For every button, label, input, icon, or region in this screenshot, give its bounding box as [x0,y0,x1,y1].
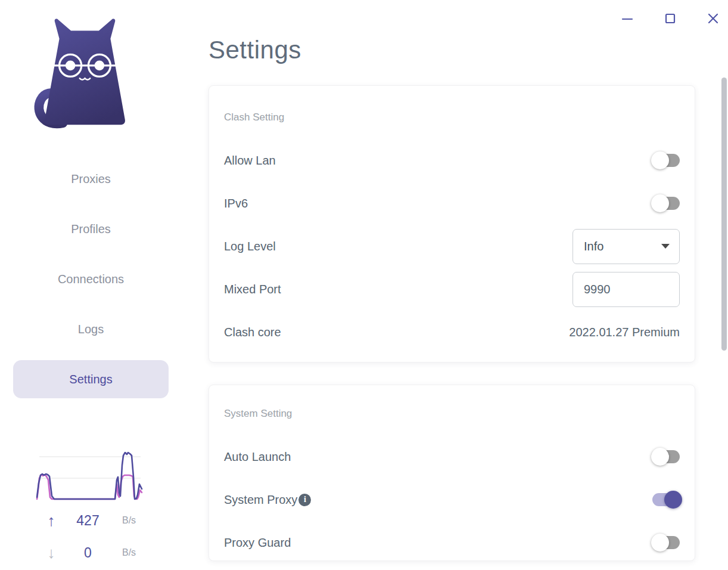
sidebar-item-proxies[interactable]: Proxies [13,160,169,198]
info-icon[interactable]: i [298,494,311,506]
auto-launch-toggle[interactable] [652,450,680,463]
section-header: System Setting [224,408,292,420]
nav-label: Profiles [71,222,111,236]
sidebar-item-connections[interactable]: Connections [13,260,169,298]
system-proxy-toggle[interactable] [652,493,680,506]
maximize-button[interactable] [662,11,678,26]
upload-speed-unit: B/s [122,510,148,531]
row-label: Auto Launch [224,450,291,464]
download-speed-unit: B/s [122,543,148,563]
clash-app-window: Proxies Profiles Connections Logs Settin… [0,0,728,570]
upload-speed-row: ↑ 427 B/s [0,510,182,531]
selected-option: Info [584,240,603,253]
card-header-row: Clash Setting [209,96,695,139]
arrow-up-icon: ↑ [43,510,60,531]
proxy-guard-toggle[interactable] [652,536,680,549]
page-title: Settings [209,36,301,64]
cat-body [45,18,125,125]
log-level-select[interactable]: Info [573,229,680,264]
toggle-knob [651,194,669,212]
setting-row-system-proxy: System Proxy i [209,478,695,521]
setting-row-auto-launch: Auto Launch [209,435,695,478]
row-label-text: System Proxy [224,493,297,507]
row-label: Proxy Guard [224,536,291,550]
toggle-knob [651,448,669,466]
row-label: System Proxy i [224,493,311,507]
row-label: Clash core [224,326,281,339]
clash-core-version: 2022.01.27 Premium [569,326,680,339]
ipv6-toggle[interactable] [652,197,680,210]
minimize-button[interactable] [620,11,635,26]
scrollbar-track [720,0,728,570]
sidebar: Proxies Profiles Connections Logs Settin… [0,0,182,570]
row-label: Log Level [224,240,276,253]
close-button[interactable] [705,11,721,26]
mixed-port-input[interactable] [573,272,680,307]
setting-row-log-level: Log Level Info [209,225,695,268]
sidebar-item-profiles[interactable]: Profiles [13,210,169,248]
cat-right-eye [95,61,105,71]
setting-row-mixed-port: Mixed Port [209,268,695,311]
sidebar-item-settings[interactable]: Settings [13,360,169,398]
allow-lan-toggle[interactable] [652,154,680,167]
toggle-knob [664,491,682,509]
close-icon [707,12,720,25]
toggle-knob [651,151,669,169]
minimize-icon [621,12,634,25]
download-speed-value: 0 [60,543,116,563]
traffic-sparkline [36,447,144,502]
cat-left-eye [66,61,76,71]
clash-setting-card: Clash Setting Allow Lan IPv6 Log Level I… [209,85,695,363]
row-label: IPv6 [224,197,248,210]
maximize-icon [664,12,677,25]
setting-row-ipv6: IPv6 [209,182,695,225]
upload-speed-value: 427 [60,510,116,531]
nav-label: Settings [69,373,112,386]
clash-cat-logo-icon [27,17,143,133]
row-label: Allow Lan [224,154,276,168]
scrollbar-thumb[interactable] [721,78,727,351]
window-controls [620,11,721,26]
nav-label: Connections [58,272,124,286]
card-header-row: System Setting [209,392,695,435]
toggle-knob [651,534,669,552]
system-setting-card: System Setting Auto Launch System Proxy … [209,385,695,561]
download-speed-row: ↓ 0 B/s [0,543,182,563]
nav-label: Proxies [71,172,111,186]
row-label: Mixed Port [224,283,281,296]
sidebar-nav: Proxies Profiles Connections Logs Settin… [13,160,169,410]
chevron-down-icon [661,244,670,249]
setting-row-clash-core: Clash core 2022.01.27 Premium [209,311,695,354]
setting-row-proxy-guard: Proxy Guard [209,521,695,561]
nav-label: Logs [78,323,104,336]
sidebar-item-logs[interactable]: Logs [13,310,169,348]
section-header: Clash Setting [224,111,284,123]
arrow-down-icon: ↓ [43,543,60,563]
setting-row-allow-lan: Allow Lan [209,139,695,182]
